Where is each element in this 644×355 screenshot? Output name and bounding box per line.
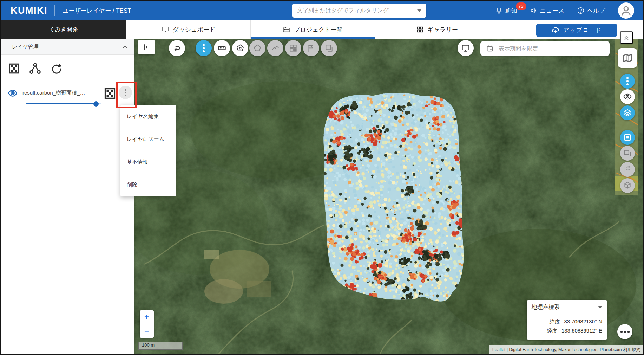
zoom-out-button[interactable]: −	[140, 324, 154, 338]
ruler-icon	[217, 44, 226, 53]
undo-tool-button[interactable]	[169, 40, 185, 56]
menu-item-rename-layer[interactable]: レイヤ名編集	[120, 105, 176, 128]
sidebar-collapse-button[interactable]	[138, 40, 155, 54]
date-filter-input[interactable]	[499, 45, 604, 52]
raster-layer-tool-button[interactable]	[6, 61, 22, 76]
upload-button[interactable]: アップロード	[536, 24, 617, 37]
refresh-icon	[50, 62, 63, 75]
layer-panel-header: レイヤ管理	[1, 39, 134, 55]
visibility-button[interactable]	[620, 89, 635, 104]
help-icon	[577, 7, 585, 14]
zoom-control: + −	[140, 310, 154, 338]
tiles-tool-button[interactable]	[285, 40, 301, 56]
crs-label: 地理座標系	[532, 304, 598, 311]
eye-icon	[623, 92, 632, 101]
carbon-overlay-layer	[319, 91, 468, 308]
flag-tool-button[interactable]	[303, 40, 319, 56]
extent-button[interactable]	[620, 130, 635, 145]
zoom-in-button[interactable]: +	[140, 310, 154, 324]
double-chevron-up-icon	[623, 34, 630, 41]
longitude-label: 経度	[547, 326, 557, 335]
more-tools-button[interactable]	[196, 40, 212, 56]
divider	[1, 120, 134, 120]
pentagon-icon	[253, 44, 262, 53]
notifications-label: 通知	[505, 7, 517, 15]
slider-fill	[26, 103, 96, 104]
map-clearing	[204, 250, 271, 304]
layer-name: result.carbon_樹冠面積_…	[22, 90, 101, 96]
layer-panel-title: レイヤ管理	[12, 44, 121, 50]
breadcrumb: ユーザーレイヤー / TEST	[63, 7, 131, 15]
header-actions: 通知 73 ニュース ヘルプ	[495, 1, 634, 20]
tab-gallery[interactable]: ギャラリー	[375, 20, 499, 39]
megaphone-icon	[530, 7, 538, 14]
monitor-icon	[461, 44, 470, 53]
opacity-slider[interactable]	[26, 101, 101, 106]
basemap-button[interactable]	[618, 48, 637, 68]
news-button[interactable]: ニュース	[530, 7, 564, 15]
org-tab[interactable]: くみき開発	[1, 20, 126, 39]
pentagon-badge-icon	[236, 44, 245, 53]
layer-context-menu: レイヤ名編集 レイヤにズーム 基本情報 削除	[120, 105, 176, 196]
notifications-button[interactable]: 通知 73	[495, 7, 517, 15]
collapse-panel-button[interactable]	[620, 31, 633, 44]
duplicate-tool-button[interactable]	[321, 40, 337, 56]
scale-bar: 100 m	[138, 342, 183, 350]
tab-project-list[interactable]: プロジェクト一覧	[251, 20, 375, 39]
news-label: ニュース	[540, 7, 564, 15]
tab-label: ダッシュボード	[173, 26, 215, 34]
layers-button[interactable]	[620, 105, 635, 120]
polyline-tool-button[interactable]	[267, 40, 283, 56]
layer-visibility-toggle[interactable]	[6, 88, 19, 99]
coordinate-panel: 地理座標系 緯度 33.70682130° N 経度 133.60889912°…	[527, 300, 607, 340]
checker-raster-icon	[103, 87, 117, 100]
monitor-icon	[162, 26, 169, 33]
date-filter[interactable]	[480, 41, 610, 56]
refresh-tool-button[interactable]	[48, 61, 64, 76]
share-network-tool-button[interactable]	[27, 61, 43, 76]
folder-icon	[283, 26, 290, 33]
tab-label: プロジェクト一覧	[294, 26, 342, 34]
checker-raster-icon	[8, 62, 20, 75]
map-attribution: Leaflet | Digital Earth Technology, Maxa…	[489, 345, 643, 354]
layer-tools	[6, 61, 64, 76]
swipe-compare-button[interactable]	[620, 146, 635, 161]
measure-tool-button[interactable]	[214, 40, 230, 56]
polygon-badge-tool-button[interactable]	[232, 40, 248, 56]
square-in-square-icon	[623, 133, 632, 142]
map-options-button[interactable]	[617, 324, 632, 339]
polygon-tool-button[interactable]	[249, 40, 265, 56]
longitude-row: 経度 133.60889912° E	[527, 326, 607, 335]
menu-item-zoom-to-layer[interactable]: レイヤにズーム	[120, 128, 176, 151]
polyline-icon	[271, 44, 280, 53]
menu-item-basic-info[interactable]: 基本情報	[120, 151, 176, 174]
notification-badge: 73	[516, 2, 526, 10]
pointcloud-button[interactable]	[620, 162, 635, 177]
tab-dashboard[interactable]: ダッシュボード	[126, 20, 251, 39]
divider	[7, 112, 128, 112]
app-logo: KUMIKI	[11, 5, 47, 16]
corner-layers-icon	[623, 149, 632, 158]
layer-more-button[interactable]	[620, 74, 635, 89]
calendar-icon	[486, 45, 494, 52]
bell-icon	[495, 7, 503, 14]
threed-view-button[interactable]	[620, 178, 635, 193]
crs-selector[interactable]: 地理座標系	[527, 304, 607, 314]
chevron-down-icon	[598, 306, 602, 309]
chevron-up-icon[interactable]	[121, 43, 129, 50]
latitude-row: 緯度 33.70682130° N	[527, 317, 607, 326]
help-button[interactable]: ヘルプ	[577, 7, 605, 15]
menu-item-delete[interactable]: 削除	[120, 174, 176, 196]
point-cloud-icon	[623, 165, 632, 174]
screen-display-button[interactable]	[458, 40, 474, 56]
layers-icon	[623, 108, 632, 117]
leaflet-link[interactable]: Leaflet	[492, 347, 506, 352]
filter-search-input[interactable]	[297, 7, 417, 14]
slider-thumb[interactable]	[93, 101, 99, 106]
filter-search-box[interactable]	[292, 4, 426, 18]
map-canvas[interactable]: + − 100 m 地理座標系 緯度 33.70682130° N 経度 133…	[134, 39, 643, 354]
layer-menu-button[interactable]	[119, 86, 132, 99]
terms-link[interactable]: 利用規約	[623, 347, 640, 352]
user-avatar[interactable]	[618, 2, 634, 19]
app-header: KUMIKI ユーザーレイヤー / TEST 通知 73 ニュース ヘ	[1, 1, 643, 20]
